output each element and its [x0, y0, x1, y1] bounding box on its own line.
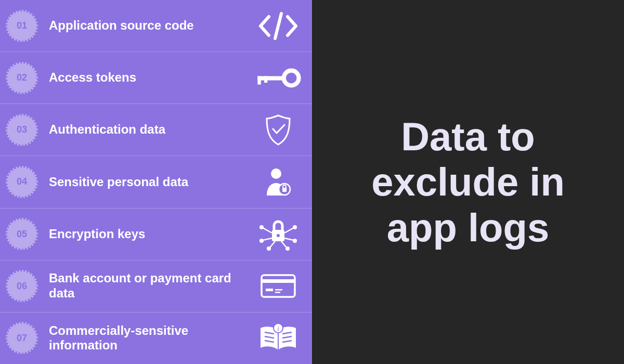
- svg-rect-6: [282, 188, 287, 192]
- badge-number: 01: [17, 20, 27, 31]
- book-info-icon: i: [255, 322, 302, 354]
- list-item: 06 Bank account or payment card data: [0, 261, 312, 313]
- badge-number: 06: [17, 281, 27, 292]
- lock-network-icon: [255, 216, 302, 252]
- svg-rect-1: [257, 76, 284, 80]
- list-item: 03 Authentication data: [0, 104, 312, 156]
- svg-point-11: [293, 225, 297, 229]
- svg-text:i: i: [277, 324, 279, 332]
- item-label: Bank account or payment card data: [49, 271, 255, 301]
- svg-rect-3: [264, 76, 267, 83]
- list-item: 05 Encryption keys: [0, 209, 312, 261]
- svg-point-10: [259, 239, 264, 243]
- person-lock-icon: [255, 165, 302, 199]
- number-badge: 01: [7, 11, 36, 41]
- item-label: Sensitive personal data: [49, 175, 255, 190]
- svg-point-14: [285, 246, 290, 251]
- svg-rect-17: [266, 289, 273, 291]
- badge-number: 02: [17, 72, 27, 83]
- svg-rect-2: [257, 76, 261, 84]
- svg-point-9: [259, 225, 264, 229]
- svg-point-0: [284, 70, 299, 85]
- number-badge: 05: [7, 219, 36, 249]
- svg-rect-18: [275, 289, 282, 291]
- number-badge: 02: [7, 63, 36, 93]
- svg-rect-15: [262, 275, 295, 297]
- svg-point-4: [271, 168, 281, 179]
- shield-check-icon: [255, 113, 302, 147]
- number-badge: 03: [7, 115, 36, 145]
- number-badge: 06: [7, 271, 36, 301]
- items-list: 01 Application source code 02 Access tok…: [0, 0, 312, 364]
- list-item: 07 Commercially-sensitive information i: [0, 313, 312, 364]
- svg-rect-16: [262, 279, 295, 283]
- svg-point-12: [293, 239, 297, 243]
- main-title: Data to exclude in app logs: [333, 114, 603, 250]
- item-label: Authentication data: [49, 122, 255, 137]
- title-panel: Data to exclude in app logs: [312, 0, 624, 364]
- number-badge: 04: [7, 167, 36, 197]
- item-label: Commercially-sensitive information: [49, 323, 255, 354]
- list-item: 04 Sensitive personal data: [0, 156, 312, 208]
- list-item: 01 Application source code: [0, 0, 312, 52]
- badge-number: 04: [17, 176, 27, 187]
- item-label: Application source code: [49, 18, 255, 33]
- number-badge: 07: [7, 323, 36, 353]
- credit-card-icon: [255, 272, 302, 300]
- key-icon: [255, 65, 302, 91]
- item-label: Access tokens: [49, 70, 255, 85]
- code-icon: [255, 11, 302, 41]
- badge-number: 05: [17, 229, 27, 240]
- badge-number: 03: [17, 124, 27, 135]
- svg-rect-19: [275, 292, 280, 293]
- svg-point-8: [277, 234, 280, 237]
- item-label: Encryption keys: [49, 227, 255, 242]
- badge-number: 07: [17, 333, 27, 344]
- svg-point-13: [267, 246, 271, 251]
- list-item: 02 Access tokens: [0, 52, 312, 104]
